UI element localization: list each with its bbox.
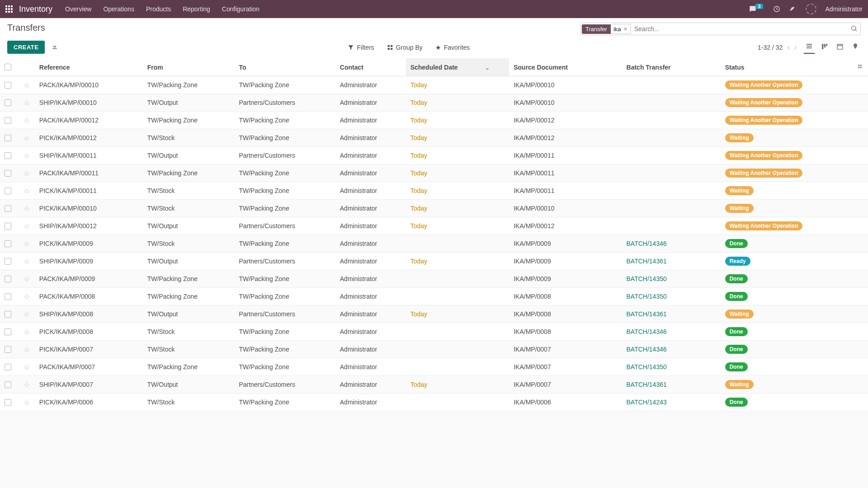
view-list-icon[interactable] [804,41,815,54]
row-checkbox[interactable] [5,276,11,282]
col-contact[interactable]: Contact [335,58,406,76]
row-checkbox[interactable] [5,223,11,230]
row-checkbox[interactable] [5,258,11,265]
clock-icon[interactable] [773,5,780,13]
col-status[interactable]: Status [721,58,852,76]
menu-reporting[interactable]: Reporting [183,5,210,13]
star-icon[interactable]: ☆ [24,99,30,107]
row-checkbox[interactable] [5,346,11,353]
row-checkbox[interactable] [5,152,11,159]
pager-prev-icon[interactable]: ‹ [787,43,789,52]
star-icon[interactable]: ☆ [24,117,30,124]
table-row[interactable]: ☆SHIP/IKA/MP/00011TW/OutputPartners/Cust… [0,147,868,164]
col-scheduled-date[interactable]: Scheduled Date⌄ [406,58,509,76]
row-checkbox[interactable] [5,99,11,106]
search-input[interactable] [634,25,850,33]
star-icon[interactable]: ☆ [24,363,30,371]
table-row[interactable]: ☆SHIP/IKA/MP/00012TW/OutputPartners/Cust… [0,217,868,235]
table-row[interactable]: ☆SHIP/IKA/MP/00010TW/OutputPartners/Cust… [0,94,868,112]
row-checkbox[interactable] [5,328,11,335]
star-icon[interactable]: ☆ [24,222,30,230]
row-checkbox[interactable] [5,240,11,247]
table-row[interactable]: ☆PICK/IKA/MP/00012TW/StockTW/Packing Zon… [0,129,868,147]
row-checkbox[interactable] [5,170,11,177]
remove-filter-icon[interactable]: × [624,25,627,33]
table-row[interactable]: ☆PICK/IKA/MP/00010TW/StockTW/Packing Zon… [0,200,868,217]
menu-overview[interactable]: Overview [65,5,91,13]
star-icon[interactable]: ☆ [24,187,30,195]
row-checkbox[interactable] [5,399,11,406]
tools-icon[interactable] [789,5,797,13]
table-row[interactable]: ☆PACK/IKA/MP/0009TW/Packing ZoneTW/Packi… [0,270,868,288]
star-icon[interactable]: ☆ [24,310,30,318]
svg-rect-6 [822,44,823,49]
search-icon[interactable] [850,25,858,33]
table-row[interactable]: ☆PACK/IKA/MP/0007TW/Packing ZoneTW/Packi… [0,358,868,376]
user-name[interactable]: Administrator [826,5,863,13]
table-row[interactable]: ☆PICK/IKA/MP/0006TW/StockTW/Packing Zone… [0,394,868,411]
cell-date: Today [406,147,509,164]
favorites-toggle[interactable]: ★ Favorites [435,44,470,51]
filter-chip-value: ika [613,26,621,33]
star-icon[interactable]: ☆ [24,152,30,160]
star-icon[interactable]: ☆ [24,328,30,336]
col-batch[interactable]: Batch Transfer [622,58,721,76]
table-row[interactable]: ☆PICK/IKA/MP/0008TW/StockTW/Packing Zone… [0,323,868,341]
avatar[interactable] [806,4,816,14]
star-icon[interactable]: ☆ [24,381,30,389]
menu-configuration[interactable]: Configuration [222,5,259,13]
app-brand[interactable]: Inventory [19,5,52,14]
cell-status: Waiting [721,305,852,323]
create-button[interactable]: CREATE [7,41,45,54]
table-row[interactable]: ☆PICK/IKA/MP/0007TW/StockTW/Packing Zone… [0,341,868,358]
view-calendar-icon[interactable] [835,41,845,53]
apps-icon[interactable] [5,5,13,13]
row-checkbox[interactable] [5,311,11,318]
row-checkbox[interactable] [5,188,11,194]
star-icon[interactable]: ☆ [24,399,30,406]
table-row[interactable]: ☆PACK/IKA/MP/00011TW/Packing ZoneTW/Pack… [0,164,868,182]
cell-status: Waiting [721,376,852,394]
row-checkbox[interactable] [5,82,11,89]
cell-to: TW/Packing Zone [234,270,335,288]
star-icon[interactable]: ☆ [24,169,30,177]
row-checkbox[interactable] [5,364,11,371]
star-icon[interactable]: ☆ [24,240,30,248]
chat-icon[interactable]: 3 [749,5,764,13]
row-checkbox[interactable] [5,381,11,388]
table-row[interactable]: ☆PACK/IKA/MP/00012TW/Packing ZoneTW/Pack… [0,112,868,129]
row-checkbox[interactable] [5,135,11,141]
star-icon[interactable]: ☆ [24,293,30,300]
star-icon[interactable]: ☆ [24,81,30,89]
star-icon[interactable]: ☆ [24,346,30,353]
table-row[interactable]: ☆SHIP/IKA/MP/0009TW/OutputPartners/Custo… [0,253,868,270]
col-reference[interactable]: Reference [35,58,143,76]
star-icon[interactable]: ☆ [24,275,30,283]
star-icon[interactable]: ☆ [24,134,30,142]
row-checkbox[interactable] [5,205,11,212]
col-source-doc[interactable]: Source Document [509,58,622,76]
col-to[interactable]: To [234,58,335,76]
column-options-icon[interactable] [857,64,863,71]
view-map-icon[interactable] [850,41,861,53]
pager-next-icon[interactable]: › [794,43,797,52]
view-kanban-icon[interactable] [819,41,830,53]
star-icon[interactable]: ☆ [24,258,30,265]
table-row[interactable]: ☆PACK/IKA/MP/00010TW/Packing ZoneTW/Pack… [0,76,868,94]
col-from[interactable]: From [143,58,235,76]
menu-products[interactable]: Products [146,5,171,13]
filters-toggle[interactable]: Filters [348,44,374,51]
table-row[interactable]: ☆SHIP/IKA/MP/0008TW/OutputPartners/Custo… [0,305,868,323]
cell-contact: Administrator [335,200,406,217]
row-checkbox[interactable] [5,293,11,300]
row-checkbox[interactable] [5,117,11,124]
table-row[interactable]: ☆PICK/IKA/MP/0009TW/StockTW/Packing Zone… [0,235,868,253]
select-all-checkbox[interactable] [5,64,11,70]
table-row[interactable]: ☆SHIP/IKA/MP/0007TW/OutputPartners/Custo… [0,376,868,394]
menu-operations[interactable]: Operations [103,5,134,13]
star-icon[interactable]: ☆ [24,205,30,212]
download-icon[interactable] [51,43,58,52]
table-row[interactable]: ☆PACK/IKA/MP/0008TW/Packing ZoneTW/Packi… [0,288,868,305]
groupby-toggle[interactable]: Group By [387,44,423,51]
table-row[interactable]: ☆PICK/IKA/MP/00011TW/StockTW/Packing Zon… [0,182,868,200]
